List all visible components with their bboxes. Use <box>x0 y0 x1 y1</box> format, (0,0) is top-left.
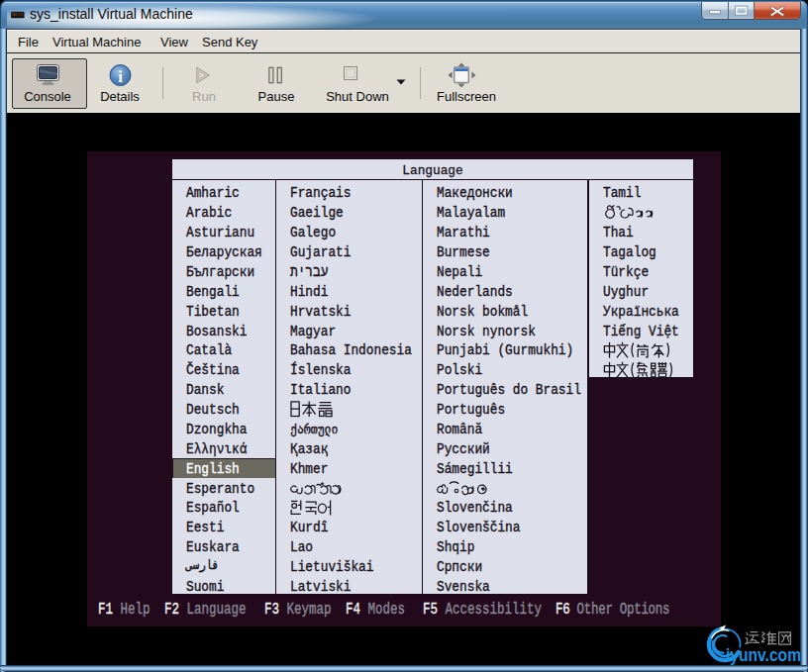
svg-text:iyunv.com: iyunv.com <box>726 644 801 665</box>
svg-text:i: i <box>118 67 123 86</box>
